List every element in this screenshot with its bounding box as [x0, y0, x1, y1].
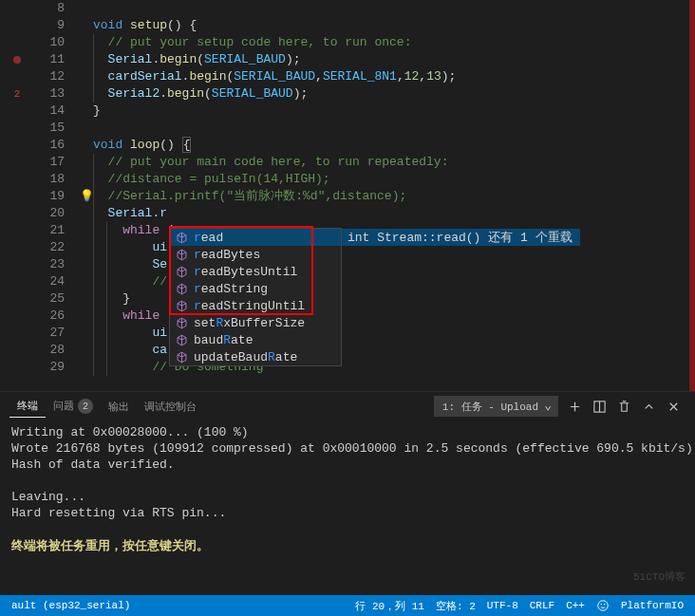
breakpoint-count: 2 [14, 88, 21, 100]
statusbar: ault (esp32_serial) 行 20，列 11 空格: 2 UTF-… [0, 595, 695, 616]
svg-point-1 [598, 601, 609, 611]
suggest-item[interactable]: updateBaudRate [170, 348, 341, 365]
tab-debug-console[interactable]: 调试控制台 [137, 396, 204, 418]
method-icon [174, 247, 189, 262]
suggest-label: setRxBufferSize [194, 316, 305, 330]
suggest-item[interactable]: baudRate [170, 331, 341, 348]
suggest-item[interactable]: readStringUntil [170, 297, 341, 314]
close-panel-icon[interactable] [661, 394, 686, 419]
terminal-body[interactable]: Writing at 0x00028000... (100 %) Wrote 2… [0, 420, 695, 595]
breakpoint-icon[interactable] [13, 56, 21, 64]
suggest-item[interactable]: readString [170, 280, 341, 297]
status-feedback-icon[interactable] [591, 595, 615, 616]
method-icon [174, 281, 189, 296]
suggest-item[interactable]: read [170, 229, 341, 246]
method-icon [174, 315, 189, 330]
new-terminal-icon[interactable] [562, 394, 587, 419]
method-icon [174, 264, 189, 279]
panel: 终端 问题2 输出 调试控制台 1: 任务 - Upload Writing a… [0, 391, 695, 595]
lightbulb-icon[interactable]: 💡 [80, 188, 94, 205]
svg-point-3 [604, 604, 605, 605]
method-icon [174, 349, 189, 364]
suggest-item[interactable]: readBytesUntil [170, 263, 341, 280]
status-language[interactable]: C++ [560, 595, 591, 616]
suggest-item[interactable]: readBytes [170, 246, 341, 263]
status-indent[interactable]: 空格: 2 [430, 595, 481, 616]
split-terminal-icon[interactable] [587, 394, 611, 419]
suggest-label: readString [194, 282, 268, 296]
autocomplete-popup[interactable]: readreadBytesreadBytesUntilreadStringrea… [169, 228, 342, 366]
suggest-label: readStringUntil [194, 299, 305, 313]
editor: 2 89101112131415161718192021222324252627… [0, 0, 695, 391]
status-line-col[interactable]: 行 20，列 11 [349, 595, 430, 616]
method-icon [174, 332, 189, 347]
autocomplete-documentation: int Stream::read() 还有 1 个重载 [340, 229, 580, 246]
suggest-label: read [194, 231, 223, 245]
suggest-label: updateBaudRate [194, 350, 297, 364]
method-icon [174, 298, 189, 313]
status-encoding[interactable]: UTF-8 [481, 595, 524, 616]
suggest-item[interactable]: setRxBufferSize [170, 314, 341, 331]
maximize-panel-icon[interactable] [636, 394, 661, 419]
tab-terminal[interactable]: 终端 [9, 395, 46, 418]
terminal-select[interactable]: 1: 任务 - Upload [434, 396, 558, 417]
breakpoint-gutter[interactable]: 2 [0, 0, 34, 391]
watermark: 51CTO博客 [633, 569, 686, 584]
method-icon [174, 230, 189, 245]
status-eol[interactable]: CRLF [524, 595, 560, 616]
trash-icon[interactable] [611, 394, 636, 419]
suggest-label: baudRate [194, 333, 253, 347]
terminal-close-hint: 终端将被任务重用，按任意键关闭。 [11, 538, 684, 554]
tab-output[interactable]: 输出 [101, 396, 137, 418]
status-project[interactable]: ault (esp32_serial) [6, 595, 136, 616]
status-platformio[interactable]: PlatformIO [615, 595, 689, 616]
problems-badge: 2 [78, 399, 93, 414]
tab-problems[interactable]: 问题2 [46, 395, 101, 419]
linenumber-gutter: 8910111213141516171819202122232425262728… [34, 0, 78, 391]
suggest-label: readBytes [194, 248, 260, 262]
suggest-label: readBytesUntil [194, 265, 297, 279]
panel-tabs: 终端 问题2 输出 调试控制台 1: 任务 - Upload [0, 392, 695, 420]
svg-point-2 [601, 604, 602, 605]
